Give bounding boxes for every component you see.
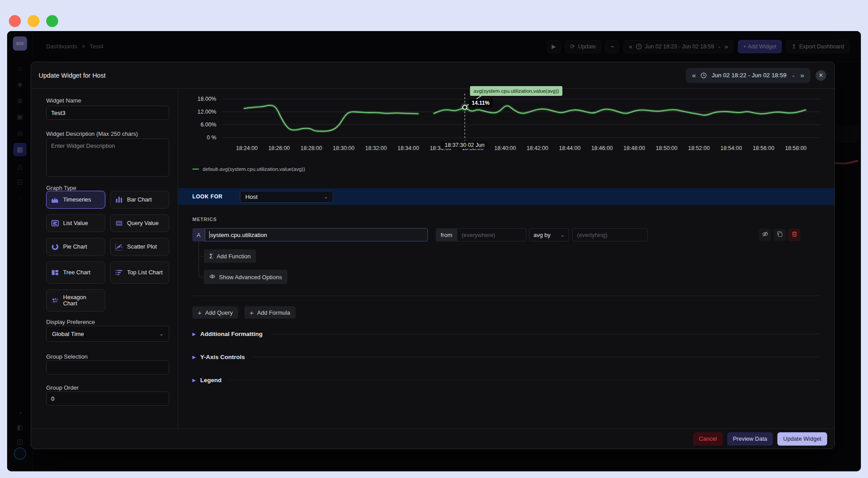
- x-axis-tick: 18:46:00: [591, 145, 613, 151]
- preview-data-button[interactable]: Preview Data: [727, 432, 773, 446]
- delete-query-button[interactable]: [788, 229, 800, 241]
- x-axis-tick: 18:52:00: [688, 145, 710, 151]
- chevron-down-icon: ⌄: [159, 331, 163, 337]
- x-axis-tick: 18:48:00: [624, 145, 645, 151]
- show-advanced-options-button[interactable]: Show Advanced Options: [204, 270, 287, 284]
- metrics-section-label: METRICS: [192, 217, 217, 222]
- display-preference-select[interactable]: Global Time ⌄: [46, 326, 169, 342]
- legend-swatch: [192, 169, 199, 170]
- graph-type-scatter-plot[interactable]: Scatter Plot: [110, 238, 169, 256]
- add-formula-button[interactable]: +Add Formula: [244, 306, 295, 319]
- chevron-down-icon: ⌄: [791, 72, 795, 78]
- graph-type-tree-chart[interactable]: Tree Chart: [46, 261, 105, 284]
- plus-icon: +: [198, 309, 202, 316]
- x-axis-tick: 18:28:00: [301, 145, 323, 151]
- section-y-axis-controls[interactable]: ▶ Y-Axis Controls: [192, 354, 819, 360]
- query-tree-line: [199, 241, 199, 277]
- tree-chart-icon: [51, 269, 59, 277]
- graph-type-pie-chart[interactable]: Pie Chart: [46, 238, 105, 256]
- clock-icon: [701, 72, 707, 79]
- sigma-icon: Σ: [209, 253, 213, 260]
- section-legend[interactable]: ▶ Legend: [192, 377, 819, 383]
- add-query-button[interactable]: +Add Query: [192, 306, 238, 319]
- cancel-button[interactable]: Cancel: [693, 432, 722, 446]
- group-order-label: Group Order: [46, 384, 79, 391]
- x-axis-tick: 18:56:00: [753, 145, 774, 151]
- graph-type-bar-chart[interactable]: Bar Chart: [110, 191, 169, 209]
- widget-description-label: Widget Description (Max 250 chars): [46, 130, 138, 137]
- query-value-icon: [115, 219, 123, 227]
- close-modal-button[interactable]: ✕: [816, 70, 826, 81]
- chevron-right-icon: ▶: [192, 332, 196, 336]
- aggregation-select[interactable]: avg by ⌄: [529, 228, 569, 241]
- copy-icon: [776, 231, 783, 239]
- x-axis-tick: 18:30:00: [333, 145, 354, 151]
- graph-type-top-list-chart[interactable]: Top List Chart: [110, 261, 169, 284]
- add-function-button[interactable]: Σ Add Function: [204, 249, 256, 263]
- graph-type-hexagon-chart[interactable]: Hexagon Chart: [46, 289, 105, 312]
- time-back-icon[interactable]: «: [692, 71, 696, 79]
- hexagon-icon: [51, 296, 59, 304]
- time-forward-icon[interactable]: »: [800, 71, 804, 79]
- hover-point: [463, 105, 467, 109]
- chart-tooltip-series: avg(system.cpu.utilization,value(avg)): [470, 86, 562, 96]
- y-axis-tick: 6.00%: [201, 122, 216, 128]
- maximize-window-button[interactable]: [46, 15, 58, 27]
- look-for-bar: LOOK FOR Host ⌄: [178, 188, 834, 205]
- list-value-icon: [51, 219, 59, 227]
- x-axis-tick: 18:50:00: [656, 145, 677, 151]
- x-axis-tick: 18:44:00: [559, 145, 581, 151]
- x-axis-tick: 18:34:00: [398, 145, 419, 151]
- section-additional-formatting[interactable]: ▶ Additional Formatting: [192, 331, 819, 337]
- graph-type-label: Graph Type: [46, 185, 76, 191]
- group-by-input[interactable]: (evertyhing): [572, 228, 648, 241]
- legend-label: default-avg(system.cpu.utilization,value…: [203, 166, 305, 172]
- x-axis-tick: 18:26:00: [268, 145, 290, 151]
- widget-description-input[interactable]: [46, 138, 169, 177]
- graph-type-grid: TimeseriesBar ChartList ValueQuery Value…: [46, 191, 169, 312]
- graph-type-query-value[interactable]: Query Value: [110, 214, 169, 232]
- graph-type-list-value[interactable]: List Value: [46, 214, 105, 232]
- chart-legend[interactable]: default-avg(system.cpu.utilization,value…: [192, 166, 305, 172]
- x-axis-tick: 18:58:00: [785, 145, 807, 151]
- eye-slash-icon: [762, 231, 768, 239]
- y-axis-tick: 0 %: [207, 134, 216, 141]
- close-icon: ✕: [819, 72, 824, 79]
- graph-type-timeseries[interactable]: Timeseries: [46, 191, 105, 209]
- metric-query-row: A system.cpu.utilization from (everywher…: [192, 228, 800, 241]
- minimize-window-button[interactable]: [28, 15, 40, 27]
- scatter-plot-icon: [115, 243, 123, 251]
- query-tree-stub: [199, 256, 204, 257]
- divider: [253, 357, 819, 357]
- chevron-down-icon: ⌄: [324, 194, 328, 200]
- close-window-button[interactable]: [9, 15, 21, 27]
- chevron-right-icon: ▶: [192, 378, 196, 383]
- screen-frame: MW ⌂◈≣▣◎▦△☷◌◔◧◫ Dashboards > Test4 ▶ ⟳Up…: [0, 0, 868, 478]
- metric-input[interactable]: system.cpu.utilization: [205, 228, 428, 241]
- chart-tooltip-time: 18:37:30 02 Jun: [441, 142, 489, 149]
- duplicate-query-button[interactable]: [773, 229, 786, 241]
- modal-title: Update Widget for Host: [39, 72, 106, 79]
- group-selection-input[interactable]: [46, 360, 169, 375]
- time-range-value: Jun 02 18:22 - Jun 02 18:59: [712, 72, 786, 79]
- look-for-select[interactable]: Host ⌄: [240, 191, 333, 203]
- from-label: from: [436, 228, 457, 241]
- hide-query-button[interactable]: [759, 229, 771, 241]
- update-widget-button[interactable]: Update Widget: [777, 432, 827, 446]
- top-list-icon: [115, 269, 123, 277]
- app-window: MW ⌂◈≣▣◎▦△☷◌◔◧◫ Dashboards > Test4 ▶ ⟳Up…: [7, 31, 861, 471]
- x-axis-tick: 18:32:00: [365, 145, 387, 151]
- modal-time-range-picker[interactable]: « Jun 02 18:22 - Jun 02 18:59 ⌄ »: [686, 68, 810, 83]
- x-axis-tick: 18:24:00: [236, 145, 258, 151]
- look-for-label: LOOK FOR: [192, 194, 223, 200]
- update-widget-modal: Update Widget for Host « Jun 02 18:22 - …: [31, 62, 835, 449]
- widget-editor-main: 18.00%12.00%6.00%0 %18:24:0018:26:0018:2…: [178, 89, 834, 428]
- modal-footer: Cancel Preview Data Update Widget: [31, 428, 834, 449]
- widget-name-input[interactable]: [46, 106, 169, 120]
- chevron-down-icon: ⌄: [561, 232, 565, 238]
- filter-from-input[interactable]: (everywhere): [457, 228, 526, 241]
- plus-icon: +: [250, 309, 254, 316]
- divider: [271, 334, 819, 334]
- divider: [230, 380, 819, 380]
- group-order-input[interactable]: [46, 391, 169, 406]
